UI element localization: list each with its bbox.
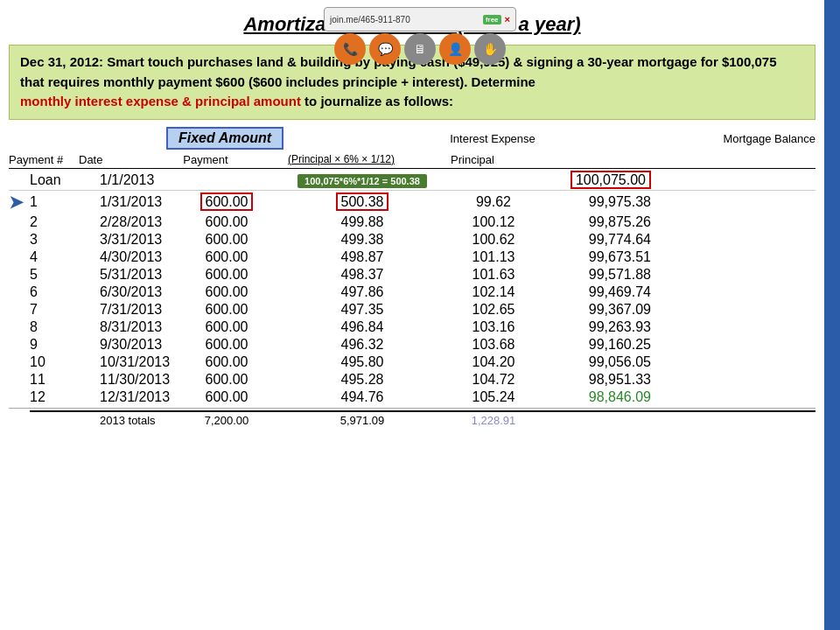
row-payment: 600.00 — [178, 214, 275, 230]
table-row: 33/31/2013600.00499.38100.6299,774.64 — [9, 231, 816, 248]
row-date: 3/31/2013 — [100, 232, 178, 248]
row-payment: 600.00 — [178, 194, 275, 210]
row-payment-num: 2 — [30, 214, 100, 230]
row-principal: 100.12 — [450, 214, 537, 230]
joinme-toolbar: 📞 💬 🖥 👤 ✋ — [334, 33, 506, 65]
row-date: 11/30/2013 — [100, 372, 178, 388]
payment-red-box: 600.00 — [200, 192, 254, 211]
row-balance: 99,975.38 — [537, 194, 651, 210]
row-principal: 104.20 — [450, 354, 537, 370]
row-payment-num: 8 — [30, 319, 100, 335]
row-balance: 99,367.09 — [537, 302, 651, 318]
main-content: Amortization Schedule (2013- a year) Dec… — [0, 0, 824, 630]
row-date: 6/30/2013 — [100, 284, 178, 300]
data-rows-container: ➤11/31/2013600.00500.3899.6299,975.3822/… — [9, 191, 816, 409]
row-payment: 600.00 — [178, 319, 275, 335]
table-row: 55/31/2013600.00498.37101.6399,571.88 — [9, 266, 816, 284]
row-date: 5/31/2013 — [100, 267, 178, 283]
totals-row: 2013 totals 7,200.00 5,971.09 1,228.91 — [30, 410, 816, 427]
row-date: 7/31/2013 — [100, 302, 178, 318]
toolbar-url: join.me/465-911-870 — [330, 15, 480, 24]
row-payment-num: 7 — [30, 302, 100, 318]
row-principal: 104.72 — [450, 372, 537, 388]
joinme-btn-phone[interactable]: 📞 — [334, 33, 366, 65]
table-row: 66/30/2013600.00497.86102.1499,469.74 — [9, 284, 816, 301]
row-payment-num: 6 — [30, 284, 100, 300]
totals-label — [30, 414, 100, 427]
free-badge: free — [483, 15, 501, 24]
balance-header: Mortgage Balance — [702, 132, 816, 145]
row-payment-num: 3 — [30, 232, 100, 248]
row-payment: 600.00 — [178, 389, 275, 405]
totals-date: 2013 totals — [100, 414, 178, 427]
table-row: 1212/31/2013600.00494.76105.2498,846.09 — [9, 388, 816, 406]
row-balance: 99,875.26 — [537, 214, 651, 230]
loan-label: Loan — [30, 172, 100, 188]
joinme-btn-chat[interactable]: 💬 — [369, 33, 401, 65]
loan-row: Loan 1/1/2013 100,075*6%*1/12 = 500.38 1… — [9, 171, 816, 191]
row-balance: 98,846.09 — [537, 389, 651, 405]
row-balance: 99,571.88 — [537, 267, 651, 283]
row-date: 8/31/2013 — [100, 319, 178, 335]
row-principal: 103.16 — [450, 319, 537, 335]
col-header-payment: Payment — [158, 153, 254, 166]
col-header-date: Date — [79, 153, 158, 166]
row-principal: 105.24 — [450, 389, 537, 405]
row-principal: 101.13 — [450, 249, 537, 265]
table-row: 1010/31/2013600.00495.80104.2099,056.05 — [9, 354, 816, 371]
table-row: 88/31/2013600.00496.84103.1699,263.93 — [9, 318, 816, 336]
table-headers: Payment # Date Payment (Principal × 6% ×… — [9, 153, 816, 169]
row-interest: 496.32 — [275, 337, 450, 353]
row-date: 2/28/2013 — [100, 214, 178, 230]
row-payment: 600.00 — [178, 249, 275, 265]
row-interest: 495.80 — [275, 354, 450, 370]
row-balance: 99,263.93 — [537, 319, 651, 335]
row-date: 1/31/2013 — [100, 194, 178, 210]
row-interest: 497.86 — [275, 284, 450, 300]
row-interest: 499.38 — [275, 232, 450, 248]
row-principal: 103.68 — [450, 337, 537, 353]
row-principal: 102.65 — [450, 302, 537, 318]
loan-interest-annotation: 100,075*6%*1/12 = 500.38 — [275, 172, 450, 188]
totals-payment: 7,200.00 — [178, 414, 275, 427]
row-payment: 600.00 — [178, 232, 275, 248]
totals-interest: 5,971.09 — [275, 414, 450, 427]
row-principal: 101.63 — [450, 267, 537, 283]
row-interest: 498.37 — [275, 267, 450, 283]
row-payment-num: 9 — [30, 337, 100, 353]
row-payment: 600.00 — [178, 284, 275, 300]
row-date: 4/30/2013 — [100, 249, 178, 265]
row-balance: 98,951.33 — [537, 372, 651, 388]
row-payment: 600.00 — [178, 354, 275, 370]
description-text2: to journalize as follows: — [301, 94, 453, 108]
col-header-interest-detail: (Principal × 6% × 1/12) — [254, 153, 429, 166]
row-interest: 494.76 — [275, 389, 450, 405]
row-balance: 99,160.25 — [537, 337, 651, 353]
row-payment-num: 11 — [30, 372, 100, 388]
row-payment: 600.00 — [178, 337, 275, 353]
interest-expense-header: Interest Expense — [284, 132, 702, 145]
row-balance: 99,673.51 — [537, 249, 651, 265]
row-interest: 495.28 — [275, 372, 450, 388]
row-interest: 500.38 — [275, 194, 450, 210]
joinme-btn-pointer[interactable]: ✋ — [474, 33, 506, 65]
col-header-principal: Principal — [429, 153, 516, 166]
joinme-btn-person[interactable]: 👤 — [439, 33, 471, 65]
row-date: 10/31/2013 — [100, 354, 178, 370]
row-payment-num: 5 — [30, 267, 100, 283]
table-row: 1111/30/2013600.00495.28104.7298,951.33 — [9, 371, 816, 388]
formula-annotation: 100,075*6%*1/12 = 500.38 — [298, 174, 427, 188]
joinme-btn-screen[interactable]: 🖥 — [404, 33, 436, 65]
row-payment-num: 10 — [30, 354, 100, 370]
table-row: 77/31/2013600.00497.35102.6599,367.09 — [9, 301, 816, 318]
row-payment-num: 4 — [30, 249, 100, 265]
totals-balance — [537, 414, 651, 427]
green-balance: 98,846.09 — [589, 389, 651, 404]
interest-red-box: 500.38 — [336, 192, 389, 211]
table-row: 99/30/2013600.00496.32103.6899,160.25 — [9, 336, 816, 354]
row-payment-num: 1 — [30, 194, 100, 210]
loan-balance: 100,075.00 — [537, 172, 651, 188]
close-icon[interactable]: × — [505, 14, 510, 24]
table-row: 22/28/2013600.00499.88100.1299,875.26 — [9, 214, 816, 231]
fixed-amount-label: Fixed Amount — [166, 127, 284, 150]
